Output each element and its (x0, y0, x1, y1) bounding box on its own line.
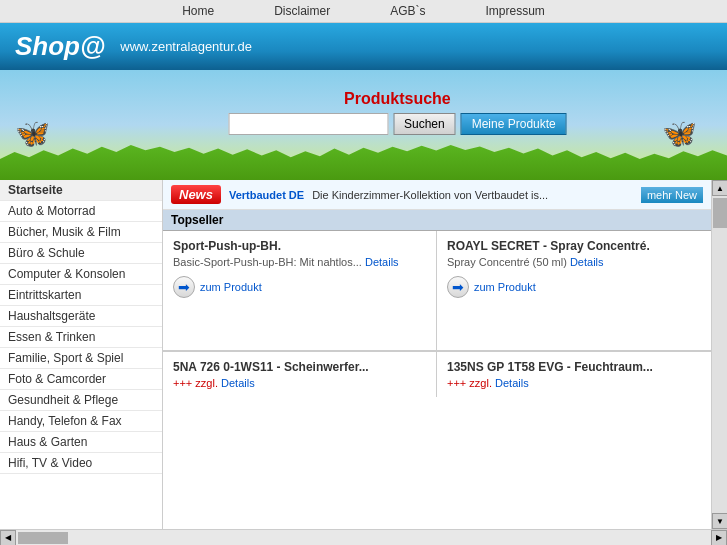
nav-disclaimer[interactable]: Disclaimer (274, 4, 330, 18)
bottom-product-cell-2: 135NS GP 1T58 EVG - Feuchtraum... +++ zz… (437, 352, 711, 397)
butterfly-left-icon: 🦋 (15, 117, 50, 150)
bottom-product-desc-2: +++ zzgl. Details (447, 377, 701, 389)
product-name-1: Sport-Push-up-BH. (173, 239, 426, 253)
sidebar-item-haushaltsgeraete[interactable]: Haushaltsgeräte (0, 306, 162, 327)
news-link[interactable]: Vertbaudet DE (229, 189, 304, 201)
product-name-2: ROAYL SECRET - Spray Concentré. (447, 239, 701, 253)
content-area: News Vertbaudet DE Die Kinderzimmer-Koll… (163, 180, 711, 529)
product-desc-2: Spray Concentré (50 ml) Details (447, 256, 701, 268)
arrow-icon-1: ➡ (173, 276, 195, 298)
news-bar: News Vertbaudet DE Die Kinderzimmer-Koll… (163, 180, 711, 210)
scroll-left-button[interactable]: ◀ (0, 530, 16, 546)
scroll-thumb[interactable] (713, 198, 727, 228)
sidebar-item-eintrittskarten[interactable]: Eintrittskarten (0, 285, 162, 306)
products-grid: Sport-Push-up-BH. Basic-Sport-Push-up-BH… (163, 231, 711, 352)
product-footer-1: ➡ zum Produkt (173, 276, 426, 298)
bottom-product-name-2: 135NS GP 1T58 EVG - Feuchtraum... (447, 360, 701, 374)
search-row: Suchen Meine Produkte (228, 113, 567, 135)
bottom-products: 5NA 726 0-1WS11 - Scheinwerfer... +++ zz… (163, 352, 711, 397)
product-details-link-2[interactable]: Details (570, 256, 604, 268)
search-button[interactable]: Suchen (393, 113, 456, 135)
bottom-product-desc-1: +++ zzgl. Details (173, 377, 426, 389)
search-title: Produktsuche (344, 90, 451, 108)
sidebar-item-gesundheit[interactable]: Gesundheit & Pflege (0, 390, 162, 411)
top-nav: Home Disclaimer AGB`s Impressum (0, 0, 727, 23)
zum-produkt-link-2[interactable]: zum Produkt (474, 281, 536, 293)
sidebar-item-buecher[interactable]: Bücher, Musik & Film (0, 222, 162, 243)
bottom-product-cell-1: 5NA 726 0-1WS11 - Scheinwerfer... +++ zz… (163, 352, 437, 397)
sidebar-item-foto[interactable]: Foto & Camcorder (0, 369, 162, 390)
sidebar: Startseite Auto & Motorrad Bücher, Musik… (0, 180, 163, 529)
bottom-product-name-1: 5NA 726 0-1WS11 - Scheinwerfer... (173, 360, 426, 374)
banner-grass (0, 145, 727, 180)
butterfly-right-icon: 🦋 (662, 117, 697, 150)
header: Shop@ www.zentralagentur.de (0, 23, 727, 70)
logo: Shop@ (15, 31, 105, 62)
sidebar-item-buero[interactable]: Büro & Schule (0, 243, 162, 264)
header-url: www.zentralagentur.de (120, 39, 252, 54)
sidebar-item-computer[interactable]: Computer & Konsolen (0, 264, 162, 285)
h-scroll-thumb[interactable] (18, 532, 68, 544)
search-area: Produktsuche Suchen Meine Produkte (228, 90, 567, 135)
topseller-header: Topseller (163, 210, 711, 231)
scroll-up-button[interactable]: ▲ (712, 180, 727, 196)
banner: 🦋 🦋 Produktsuche Suchen Meine Produkte (0, 70, 727, 180)
nav-impressum[interactable]: Impressum (486, 4, 545, 18)
sidebar-item-auto[interactable]: Auto & Motorrad (0, 201, 162, 222)
main-layout: Startseite Auto & Motorrad Bücher, Musik… (0, 180, 727, 529)
right-scrollbar[interactable]: ▲ ▼ (711, 180, 727, 529)
mehr-news-button[interactable]: mehr New (641, 187, 703, 203)
zum-produkt-link-1[interactable]: zum Produkt (200, 281, 262, 293)
sidebar-item-haus[interactable]: Haus & Garten (0, 432, 162, 453)
nav-agb[interactable]: AGB`s (390, 4, 425, 18)
arrow-icon-2: ➡ (447, 276, 469, 298)
bottom-product-details-2[interactable]: Details (495, 377, 529, 389)
h-scroll-track (16, 530, 711, 545)
news-badge: News (171, 185, 221, 204)
product-desc-1: Basic-Sport-Push-up-BH: Mit nahtlos... D… (173, 256, 426, 268)
scroll-right-button[interactable]: ▶ (711, 530, 727, 546)
bottom-scrollbar[interactable]: ◀ ▶ (0, 529, 727, 545)
product-details-link-1[interactable]: Details (365, 256, 399, 268)
scroll-track (712, 196, 727, 513)
my-products-button[interactable]: Meine Produkte (461, 113, 567, 135)
product-cell-1: Sport-Push-up-BH. Basic-Sport-Push-up-BH… (163, 231, 437, 351)
news-text: Die Kinderzimmer-Kollektion von Vertbaud… (312, 189, 548, 201)
bottom-product-details-1[interactable]: Details (221, 377, 255, 389)
sidebar-item-handy[interactable]: Handy, Telefon & Fax (0, 411, 162, 432)
scroll-down-button[interactable]: ▼ (712, 513, 727, 529)
sidebar-item-startseite[interactable]: Startseite (0, 180, 162, 201)
sidebar-item-hifi[interactable]: Hifi, TV & Video (0, 453, 162, 474)
search-input[interactable] (228, 113, 388, 135)
product-cell-2: ROAYL SECRET - Spray Concentré. Spray Co… (437, 231, 711, 351)
nav-home[interactable]: Home (182, 4, 214, 18)
product-footer-2: ➡ zum Produkt (447, 276, 701, 298)
sidebar-item-essen[interactable]: Essen & Trinken (0, 327, 162, 348)
sidebar-item-familie[interactable]: Familie, Sport & Spiel (0, 348, 162, 369)
